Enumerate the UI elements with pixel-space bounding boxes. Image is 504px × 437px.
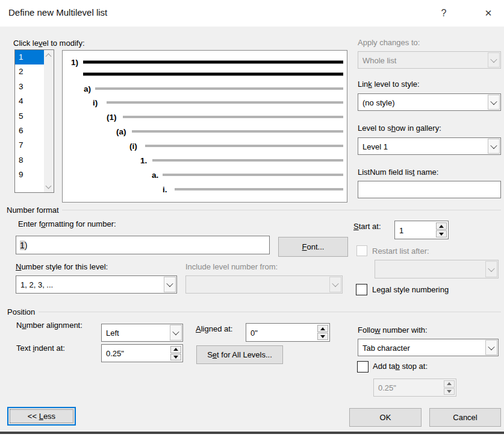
preview-marker: a. — [152, 171, 158, 180]
follow-number-select[interactable]: Tab character — [358, 339, 499, 356]
titlebar: Define new Multilevel list ? ✕ — [0, 0, 504, 27]
level-listbox-scrollbar[interactable] — [44, 50, 54, 192]
preview-marker: i. — [163, 185, 167, 194]
aligned-at-spinner[interactable]: 0" — [246, 323, 330, 342]
follow-number-label: Follow number with: — [358, 325, 428, 335]
preview-marker: (i) — [129, 142, 137, 151]
level-listbox[interactable]: 123456789 — [14, 49, 54, 193]
preview-text-line — [107, 101, 343, 104]
level-item-4[interactable]: 4 — [15, 94, 44, 108]
list-preview: 1)a)i)(1)(a)(i)1.a.i. — [62, 50, 347, 203]
enter-formatting-label: Enter formatting for number: — [18, 219, 116, 228]
aligned-at-label: Aligned at: — [196, 324, 232, 333]
number-alignment-label: Number alignment: — [16, 321, 82, 330]
spin-down-icon — [444, 388, 455, 395]
preview-row-1: 1) — [63, 56, 347, 68]
level-item-6[interactable]: 6 — [15, 124, 44, 138]
dialog-title: Define new Multilevel list — [8, 7, 107, 17]
listnum-label: ListNum field list name: — [358, 168, 438, 177]
spin-up-icon[interactable] — [317, 325, 328, 332]
preview-text-line — [95, 87, 343, 90]
legal-style-label: Legal style numbering — [372, 285, 449, 294]
section-divider — [39, 312, 501, 312]
include-level-label: Include level number from: — [185, 262, 278, 271]
level-item-7[interactable]: 7 — [15, 138, 44, 152]
add-tab-stop-label: Add tab stop at: — [373, 362, 428, 371]
level-listbox-items: 123456789 — [15, 50, 44, 192]
spin-down-icon[interactable] — [317, 333, 328, 340]
preview-text-line — [145, 145, 343, 147]
text-indent-spinner[interactable]: 0.25" — [101, 344, 183, 362]
chevron-down-icon[interactable] — [170, 325, 182, 341]
spin-up-icon — [444, 380, 455, 388]
level-item-9[interactable]: 9 — [15, 168, 44, 182]
restart-list-label: Restart list after: — [372, 247, 429, 256]
spin-up-icon[interactable] — [170, 346, 181, 353]
spin-down-icon[interactable] — [170, 354, 181, 361]
link-style-select[interactable]: (no style) — [358, 93, 501, 111]
add-tab-stop-checkbox[interactable] — [357, 361, 369, 373]
number-style-select[interactable]: 1, 2, 3, ... — [16, 275, 177, 294]
restart-list-select — [375, 260, 499, 278]
preview-text-line — [83, 73, 343, 76]
chevron-down-icon[interactable] — [488, 95, 500, 110]
level-item-5[interactable]: 5 — [15, 109, 44, 124]
preview-marker: 1. — [140, 156, 147, 165]
level-item-3[interactable]: 3 — [15, 80, 44, 94]
less-button[interactable]: << Less — [7, 407, 76, 426]
number-field-code: 1 — [20, 241, 25, 250]
scroll-up-icon[interactable] — [46, 54, 51, 58]
chevron-down-icon[interactable] — [164, 277, 176, 292]
less-button-label: << Less — [28, 412, 55, 421]
spin-up-icon[interactable] — [436, 222, 447, 230]
start-at-spinner[interactable]: 1 — [394, 221, 449, 239]
preview-marker: i) — [93, 98, 98, 107]
legal-style-checkbox[interactable] — [356, 284, 367, 295]
preview-row-8: 1. — [63, 154, 347, 166]
font-button[interactable]: Font... — [278, 237, 348, 257]
add-tab-stop-spinner: 0.25" — [373, 379, 456, 397]
preview-row-2 — [63, 68, 347, 80]
preview-marker: (a) — [116, 127, 126, 136]
preview-marker: 1) — [71, 58, 78, 67]
include-level-select — [185, 275, 343, 294]
number-style-label: Number style for this level: — [16, 262, 108, 271]
ok-button[interactable]: OK — [349, 408, 422, 427]
gallery-level-label: Level to show in gallery: — [358, 124, 441, 133]
preview-text-line — [175, 188, 343, 190]
preview-row-10: i. — [63, 183, 347, 195]
preview-row-4: i) — [63, 96, 347, 108]
link-style-label: Link level to style: — [358, 80, 420, 89]
text-indent-label: Text indent at: — [16, 344, 65, 353]
spin-down-icon[interactable] — [436, 230, 447, 237]
preview-text-line — [152, 159, 343, 162]
close-icon[interactable]: ✕ — [479, 5, 497, 22]
preview-row-9: a. — [63, 169, 347, 181]
level-item-1[interactable]: 1 — [15, 50, 44, 64]
level-item-2[interactable]: 2 — [15, 64, 44, 79]
preview-row-6: (a) — [63, 125, 347, 137]
apply-changes-label: Apply changes to: — [358, 38, 420, 47]
formatting-input[interactable]: 1) — [16, 236, 270, 254]
position-section-label: Position — [7, 307, 35, 316]
preview-row-5: (1) — [63, 111, 347, 123]
preview-text-line — [132, 130, 343, 133]
level-item-8[interactable]: 8 — [15, 153, 44, 168]
set-all-levels-button[interactable]: Set for All Levels... — [196, 345, 283, 364]
preview-marker: a) — [84, 84, 91, 93]
help-icon[interactable]: ? — [435, 5, 453, 22]
cancel-button[interactable]: Cancel — [429, 408, 501, 427]
gallery-level-select[interactable]: Level 1 — [358, 137, 501, 155]
number-format-section-label: Number format — [7, 206, 59, 215]
section-divider — [62, 210, 501, 210]
listnum-field[interactable] — [358, 181, 501, 198]
chevron-down-icon[interactable] — [488, 139, 500, 154]
chevron-down-icon — [329, 277, 341, 292]
chevron-down-icon[interactable] — [485, 340, 497, 355]
restart-list-checkbox — [356, 245, 367, 256]
scroll-down-icon[interactable] — [46, 184, 51, 188]
chevron-down-icon — [488, 52, 500, 68]
number-alignment-select[interactable]: Left — [101, 324, 183, 342]
define-multilevel-list-dialog: Define new Multilevel list ? ✕ Click lev… — [0, 0, 504, 437]
preview-marker: (1) — [107, 113, 117, 122]
